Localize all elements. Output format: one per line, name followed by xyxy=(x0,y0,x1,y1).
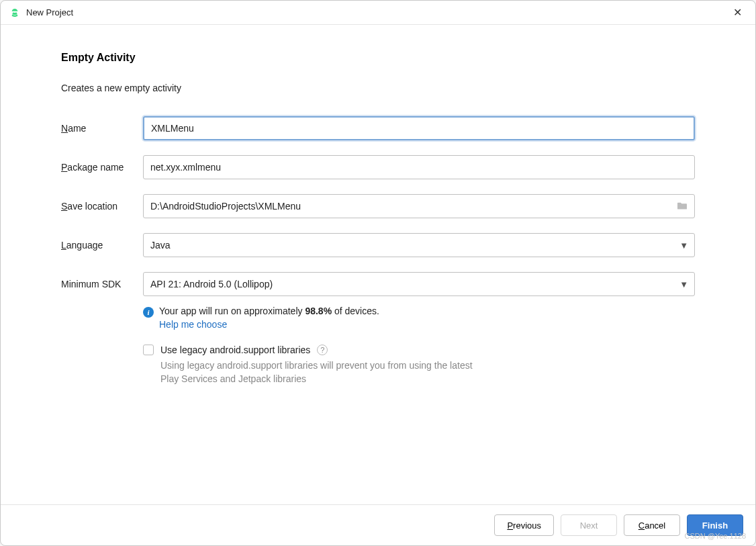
label-language: Language xyxy=(61,240,143,251)
device-coverage-info: i Your app will run on approximately 98.… xyxy=(143,306,695,330)
save-location-input[interactable] xyxy=(143,194,695,218)
name-input[interactable] xyxy=(143,116,695,140)
legacy-support-checkbox[interactable] xyxy=(143,345,154,355)
android-studio-icon xyxy=(9,7,21,19)
label-package: Package name xyxy=(61,162,143,173)
previous-button[interactable]: Previous xyxy=(494,514,554,536)
language-select[interactable]: Java xyxy=(143,233,695,257)
legacy-checkbox-label: Use legacy android.support libraries xyxy=(160,345,310,355)
package-input[interactable] xyxy=(143,155,695,179)
new-project-dialog: New Project ✕ Empty Activity Creates a n… xyxy=(0,0,756,546)
row-name: Name xyxy=(61,116,695,140)
titlebar: New Project ✕ xyxy=(1,1,755,25)
row-package: Package name xyxy=(61,155,695,179)
coverage-text: Your app will run on approximately 98.8%… xyxy=(159,306,379,316)
dialog-content: Empty Activity Creates a new empty activ… xyxy=(1,25,755,504)
min-sdk-select[interactable]: API 21: Android 5.0 (Lollipop) xyxy=(143,272,695,296)
label-name: Name xyxy=(61,123,143,134)
help-icon[interactable]: ? xyxy=(317,345,328,355)
legacy-checkbox-row: Use legacy android.support libraries ? xyxy=(143,345,695,355)
window-title: New Project xyxy=(26,7,73,17)
finish-button[interactable]: Finish xyxy=(687,514,743,536)
dialog-footer: Previous Next Cancel Finish xyxy=(1,504,755,545)
close-icon[interactable]: ✕ xyxy=(728,5,747,21)
row-save-location: Save location xyxy=(61,194,695,218)
browse-folder-icon[interactable] xyxy=(676,201,688,212)
min-sdk-value: API 21: Android 5.0 (Lollipop) xyxy=(150,279,273,289)
row-language: Language Java ▼ xyxy=(61,233,695,257)
label-save-location: Save location xyxy=(61,201,143,212)
label-min-sdk: Minimum SDK xyxy=(61,279,143,289)
language-value: Java xyxy=(150,240,171,251)
page-subtitle: Creates a new empty activity xyxy=(61,83,695,93)
next-button: Next xyxy=(561,514,617,536)
page-heading: Empty Activity xyxy=(61,52,695,64)
legacy-note: Using legacy android.support libraries w… xyxy=(160,359,483,385)
cancel-button[interactable]: Cancel xyxy=(624,514,680,536)
row-min-sdk: Minimum SDK API 21: Android 5.0 (Lollipo… xyxy=(61,272,695,296)
help-me-choose-link[interactable]: Help me choose xyxy=(159,319,379,330)
info-icon: i xyxy=(143,307,154,318)
